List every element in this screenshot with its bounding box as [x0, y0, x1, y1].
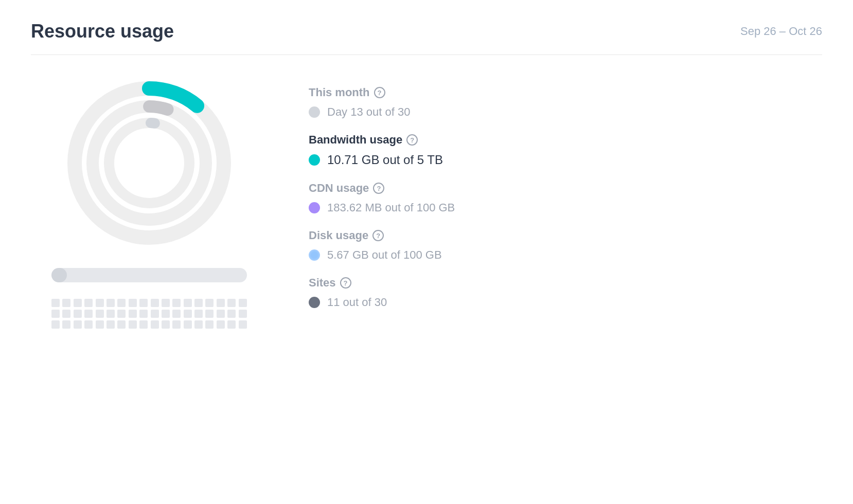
donut-svg [62, 76, 237, 250]
bandwidth-help-icon[interactable]: ? [406, 134, 418, 146]
page-header: Resource usage Sep 26 – Oct 26 [31, 21, 822, 55]
disk-value: 5.67 GB out of 100 GB [327, 248, 442, 262]
this-month-value: Day 13 out of 30 [327, 105, 410, 119]
main-content: This month ? Day 13 out of 30 Bandwidth … [31, 76, 822, 329]
svg-point-4 [109, 123, 189, 203]
sites-dot [309, 297, 320, 308]
grid-placeholder [51, 299, 247, 329]
disk-label: Disk usage [309, 229, 368, 242]
this-month-section: This month ? Day 13 out of 30 [309, 86, 822, 119]
sites-help-icon[interactable]: ? [340, 277, 351, 289]
sites-section: Sites ? 11 out of 30 [309, 276, 822, 309]
bandwidth-dot [309, 154, 320, 166]
bandwidth-label: Bandwidth usage [309, 133, 402, 147]
disk-section: Disk usage ? 5.67 GB out of 100 GB [309, 229, 822, 262]
stats-area: This month ? Day 13 out of 30 Bandwidth … [309, 76, 822, 323]
page-title: Resource usage [31, 21, 174, 42]
bandwidth-value: 10.71 GB out of 5 TB [327, 153, 443, 167]
this-month-help-icon[interactable]: ? [374, 87, 385, 98]
bandwidth-section: Bandwidth usage ? 10.71 GB out of 5 TB [309, 133, 822, 167]
progress-bar [51, 268, 247, 282]
this-month-dot [309, 106, 320, 118]
this-month-label: This month [309, 86, 370, 99]
sites-value: 11 out of 30 [327, 296, 387, 309]
cdn-label: CDN usage [309, 182, 369, 195]
disk-help-icon[interactable]: ? [372, 230, 384, 241]
cdn-help-icon[interactable]: ? [373, 183, 384, 194]
sites-label: Sites [309, 276, 336, 290]
progress-bar-fill [51, 268, 67, 282]
cdn-dot [309, 202, 320, 213]
chart-area [31, 76, 268, 329]
disk-dot [309, 249, 320, 261]
date-range: Sep 26 – Oct 26 [740, 25, 822, 38]
cdn-value: 183.62 MB out of 100 GB [327, 201, 455, 214]
donut-chart [62, 76, 237, 250]
cdn-section: CDN usage ? 183.62 MB out of 100 GB [309, 182, 822, 214]
